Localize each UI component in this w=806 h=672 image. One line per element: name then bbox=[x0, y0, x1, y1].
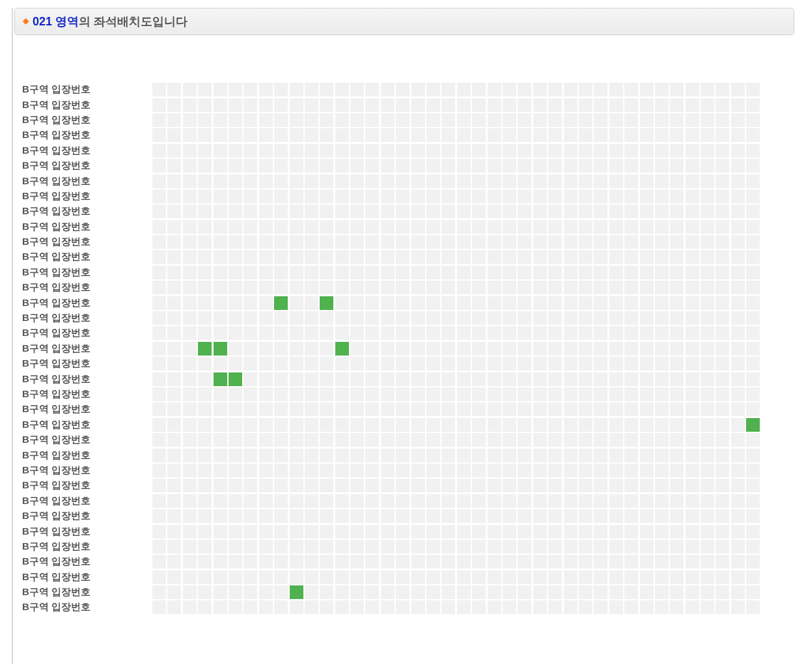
seat-empty[interactable] bbox=[564, 296, 577, 310]
seat-empty[interactable] bbox=[472, 600, 486, 614]
seat-empty[interactable] bbox=[426, 189, 440, 203]
seat-empty[interactable] bbox=[640, 357, 654, 371]
seat-empty[interactable] bbox=[640, 449, 654, 462]
seat-empty[interactable] bbox=[488, 402, 501, 416]
seat-empty[interactable] bbox=[259, 296, 273, 310]
seat-empty[interactable] bbox=[365, 372, 379, 386]
seat-empty[interactable] bbox=[533, 311, 547, 325]
seat-empty[interactable] bbox=[396, 402, 410, 416]
seat-empty[interactable] bbox=[609, 433, 623, 447]
seat-empty[interactable] bbox=[320, 418, 333, 432]
seat-empty[interactable] bbox=[243, 220, 257, 234]
seat-empty[interactable] bbox=[198, 266, 212, 279]
seat-empty[interactable] bbox=[214, 220, 227, 234]
seat-empty[interactable] bbox=[183, 494, 197, 508]
seat-empty[interactable] bbox=[167, 250, 181, 264]
seat-empty[interactable] bbox=[259, 418, 273, 432]
seat-empty[interactable] bbox=[518, 449, 531, 462]
seat-empty[interactable] bbox=[441, 175, 455, 188]
seat-empty[interactable] bbox=[290, 464, 303, 477]
seat-empty[interactable] bbox=[701, 311, 714, 325]
seat-empty[interactable] bbox=[564, 418, 577, 432]
seat-empty[interactable] bbox=[274, 357, 288, 371]
seat-empty[interactable] bbox=[350, 159, 364, 173]
seat-empty[interactable] bbox=[426, 326, 440, 340]
seat-empty[interactable] bbox=[670, 479, 684, 492]
seat-empty[interactable] bbox=[701, 585, 714, 599]
seat-empty[interactable] bbox=[731, 387, 745, 401]
seat-empty[interactable] bbox=[152, 449, 166, 462]
seat-empty[interactable] bbox=[426, 479, 440, 492]
seat-empty[interactable] bbox=[533, 479, 547, 492]
seat-empty[interactable] bbox=[716, 311, 729, 325]
seat-empty[interactable] bbox=[335, 479, 349, 492]
seat-empty[interactable] bbox=[731, 525, 745, 539]
seat-empty[interactable] bbox=[701, 570, 714, 584]
seat-empty[interactable] bbox=[716, 220, 729, 234]
seat-empty[interactable] bbox=[731, 281, 745, 294]
seat-empty[interactable] bbox=[411, 266, 425, 279]
seat-empty[interactable] bbox=[503, 113, 516, 127]
seat-empty[interactable] bbox=[457, 357, 471, 371]
seat-empty[interactable] bbox=[183, 128, 197, 142]
seat-empty[interactable] bbox=[731, 372, 745, 386]
seat-empty[interactable] bbox=[670, 372, 684, 386]
seat-empty[interactable] bbox=[488, 220, 501, 234]
seat-empty[interactable] bbox=[746, 204, 760, 218]
seat-empty[interactable] bbox=[198, 449, 212, 462]
seat-empty[interactable] bbox=[305, 525, 318, 539]
seat-empty[interactable] bbox=[441, 449, 455, 462]
seat-empty[interactable] bbox=[290, 204, 303, 218]
seat-empty[interactable] bbox=[731, 311, 745, 325]
seat-empty[interactable] bbox=[441, 372, 455, 386]
seat-empty[interactable] bbox=[411, 159, 425, 173]
seat-empty[interactable] bbox=[488, 570, 501, 584]
seat-empty[interactable] bbox=[229, 266, 242, 279]
seat-empty[interactable] bbox=[259, 402, 273, 416]
seat-empty[interactable] bbox=[167, 509, 181, 523]
seat-empty[interactable] bbox=[290, 372, 303, 386]
seat-empty[interactable] bbox=[365, 585, 379, 599]
seat-empty[interactable] bbox=[518, 357, 531, 371]
seat-empty[interactable] bbox=[274, 204, 288, 218]
seat-empty[interactable] bbox=[564, 387, 577, 401]
seat-empty[interactable] bbox=[152, 570, 166, 584]
seat-empty[interactable] bbox=[441, 585, 455, 599]
seat-empty[interactable] bbox=[670, 204, 684, 218]
seat-empty[interactable] bbox=[488, 525, 501, 539]
seat-empty[interactable] bbox=[290, 311, 303, 325]
seat-empty[interactable] bbox=[518, 342, 531, 356]
seat-empty[interactable] bbox=[274, 585, 288, 599]
seat-empty[interactable] bbox=[305, 540, 318, 553]
seat-empty[interactable] bbox=[243, 555, 257, 568]
seat-empty[interactable] bbox=[335, 250, 349, 264]
seat-empty[interactable] bbox=[365, 509, 379, 523]
seat-empty[interactable] bbox=[198, 326, 212, 340]
seat-empty[interactable] bbox=[365, 326, 379, 340]
seat-empty[interactable] bbox=[609, 387, 623, 401]
seat-empty[interactable] bbox=[594, 570, 607, 584]
seat-empty[interactable] bbox=[701, 509, 714, 523]
seat-empty[interactable] bbox=[686, 570, 699, 584]
seat-empty[interactable] bbox=[426, 494, 440, 508]
seat-empty[interactable] bbox=[152, 479, 166, 492]
seat-empty[interactable] bbox=[259, 220, 273, 234]
seat-empty[interactable] bbox=[701, 600, 714, 614]
seat-empty[interactable] bbox=[701, 525, 714, 539]
seat-empty[interactable] bbox=[214, 281, 227, 294]
seat-empty[interactable] bbox=[152, 235, 166, 249]
seat-empty[interactable] bbox=[350, 387, 364, 401]
seat-empty[interactable] bbox=[503, 464, 516, 477]
seat-empty[interactable] bbox=[229, 296, 242, 310]
seat-empty[interactable] bbox=[290, 342, 303, 356]
seat-empty[interactable] bbox=[441, 281, 455, 294]
seat-empty[interactable] bbox=[655, 296, 669, 310]
seat-empty[interactable] bbox=[274, 326, 288, 340]
seat-empty[interactable] bbox=[533, 266, 547, 279]
seat-empty[interactable] bbox=[183, 326, 197, 340]
seat-empty[interactable] bbox=[411, 281, 425, 294]
seat-empty[interactable] bbox=[396, 387, 410, 401]
seat-empty[interactable] bbox=[381, 418, 395, 432]
seat-empty[interactable] bbox=[167, 311, 181, 325]
seat-empty[interactable] bbox=[214, 387, 227, 401]
